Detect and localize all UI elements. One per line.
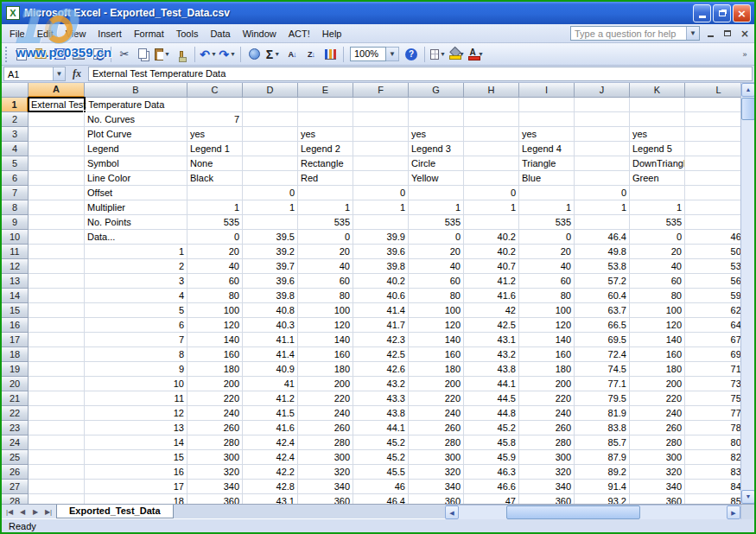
- cell-C15[interactable]: 100: [187, 303, 243, 318]
- menu-tools[interactable]: Tools: [170, 26, 205, 41]
- cell-F13[interactable]: 40.2: [353, 274, 409, 289]
- cell-D27[interactable]: 42.8: [243, 480, 298, 494]
- cell-K17[interactable]: 140: [630, 333, 685, 347]
- cell-F24[interactable]: 45.2: [353, 435, 409, 450]
- cell-K8[interactable]: 1: [630, 200, 685, 215]
- cell-I9[interactable]: 535: [519, 215, 575, 230]
- cell-G11[interactable]: 20: [409, 245, 464, 259]
- zoom-combobox[interactable]: 100% ▼: [350, 47, 399, 61]
- cell-I3[interactable]: yes: [519, 127, 575, 142]
- cell-E6[interactable]: Red: [298, 171, 353, 186]
- cell-F7[interactable]: 0: [353, 186, 409, 200]
- cell-C12[interactable]: 40: [187, 259, 243, 274]
- cell-D6[interactable]: [243, 171, 298, 186]
- fill-handle[interactable]: [83, 110, 86, 113]
- cell-A28[interactable]: [29, 494, 85, 504]
- cell-K12[interactable]: 40: [630, 259, 685, 274]
- cell-G27[interactable]: 340: [409, 480, 464, 494]
- new-document-button[interactable]: [13, 46, 30, 63]
- cell-I25[interactable]: 300: [519, 450, 575, 465]
- row-header-13[interactable]: 13: [2, 274, 29, 289]
- cell-A12[interactable]: [29, 259, 85, 274]
- cell-I17[interactable]: 140: [519, 333, 575, 347]
- cell-J4[interactable]: [575, 142, 630, 156]
- cell-A24[interactable]: [29, 435, 85, 450]
- row-header-19[interactable]: 19: [2, 362, 29, 377]
- cell-J28[interactable]: 93.2: [575, 494, 630, 504]
- cell-G24[interactable]: 280: [409, 435, 464, 450]
- cell-H22[interactable]: 44.8: [464, 406, 519, 421]
- cell-J19[interactable]: 74.5: [575, 362, 630, 377]
- cell-K21[interactable]: 220: [630, 391, 685, 406]
- cell-K2[interactable]: [630, 112, 685, 127]
- row-header-24[interactable]: 24: [2, 435, 29, 450]
- cell-B25[interactable]: 15: [85, 450, 187, 465]
- row-header-4[interactable]: 4: [2, 142, 29, 156]
- column-header-D[interactable]: D: [243, 83, 298, 98]
- menu-view[interactable]: View: [60, 26, 92, 41]
- autosum-button[interactable]: Σ▼: [264, 46, 282, 63]
- cell-G1[interactable]: [409, 98, 464, 112]
- cell-D8[interactable]: 1: [243, 200, 298, 215]
- cell-E17[interactable]: 140: [298, 333, 353, 347]
- cell-D21[interactable]: 41.2: [243, 391, 298, 406]
- cell-G10[interactable]: 0: [409, 230, 464, 245]
- menu-insert[interactable]: Insert: [92, 26, 128, 41]
- cell-K1[interactable]: [630, 98, 685, 112]
- cell-B5[interactable]: Symbol: [85, 156, 187, 171]
- cell-B14[interactable]: 4: [85, 289, 187, 303]
- cell-K28[interactable]: 360: [630, 494, 685, 504]
- cell-E18[interactable]: 160: [298, 347, 353, 362]
- menu-window[interactable]: Window: [237, 26, 283, 41]
- column-header-I[interactable]: I: [519, 83, 575, 98]
- cell-H18[interactable]: 43.2: [464, 347, 519, 362]
- cell-D7[interactable]: 0: [243, 186, 298, 200]
- column-header-A[interactable]: A: [29, 83, 85, 98]
- cell-H25[interactable]: 45.9: [464, 450, 519, 465]
- cell-H28[interactable]: 47: [464, 494, 519, 504]
- cell-C10[interactable]: 0: [187, 230, 243, 245]
- cell-A21[interactable]: [29, 391, 85, 406]
- cell-G3[interactable]: yes: [409, 127, 464, 142]
- cell-C8[interactable]: 1: [187, 200, 243, 215]
- cell-G15[interactable]: 100: [409, 303, 464, 318]
- cell-F15[interactable]: 41.4: [353, 303, 409, 318]
- horizontal-scroll-thumb[interactable]: [506, 505, 640, 519]
- cell-B15[interactable]: 5: [85, 303, 187, 318]
- cell-D19[interactable]: 40.9: [243, 362, 298, 377]
- cell-G6[interactable]: Yellow: [409, 171, 464, 186]
- column-header-E[interactable]: E: [298, 83, 353, 98]
- cell-K19[interactable]: 180: [630, 362, 685, 377]
- column-header-B[interactable]: B: [85, 83, 187, 98]
- cell-E23[interactable]: 260: [298, 421, 353, 435]
- cell-H17[interactable]: 43.1: [464, 333, 519, 347]
- cell-D23[interactable]: 41.6: [243, 421, 298, 435]
- cell-D26[interactable]: 42.2: [243, 465, 298, 480]
- cell-E27[interactable]: 340: [298, 480, 353, 494]
- cell-H2[interactable]: [464, 112, 519, 127]
- copy-button[interactable]: [135, 46, 152, 63]
- cell-G21[interactable]: 220: [409, 391, 464, 406]
- menu-act[interactable]: ACT!: [283, 26, 316, 41]
- cell-G13[interactable]: 60: [409, 274, 464, 289]
- cell-G20[interactable]: 200: [409, 377, 464, 391]
- menu-edit[interactable]: Edit: [31, 26, 60, 41]
- cell-K18[interactable]: 160: [630, 347, 685, 362]
- cell-G9[interactable]: 535: [409, 215, 464, 230]
- cell-J8[interactable]: 1: [575, 200, 630, 215]
- cell-E15[interactable]: 100: [298, 303, 353, 318]
- cell-H8[interactable]: 1: [464, 200, 519, 215]
- menu-data[interactable]: Data: [204, 26, 236, 41]
- cell-J10[interactable]: 46.4: [575, 230, 630, 245]
- cell-B22[interactable]: 12: [85, 406, 187, 421]
- column-header-C[interactable]: C: [187, 83, 243, 98]
- cell-I24[interactable]: 280: [519, 435, 575, 450]
- chevron-down-icon[interactable]: ▼: [686, 27, 699, 40]
- formula-input[interactable]: External Test Temperature Data: [88, 67, 753, 81]
- cell-C26[interactable]: 320: [187, 465, 243, 480]
- cell-J18[interactable]: 72.4: [575, 347, 630, 362]
- row-header-1[interactable]: 1: [2, 98, 29, 112]
- cell-D13[interactable]: 39.6: [243, 274, 298, 289]
- undo-button[interactable]: ↶▼: [200, 46, 217, 63]
- help-button[interactable]: ?: [403, 46, 420, 63]
